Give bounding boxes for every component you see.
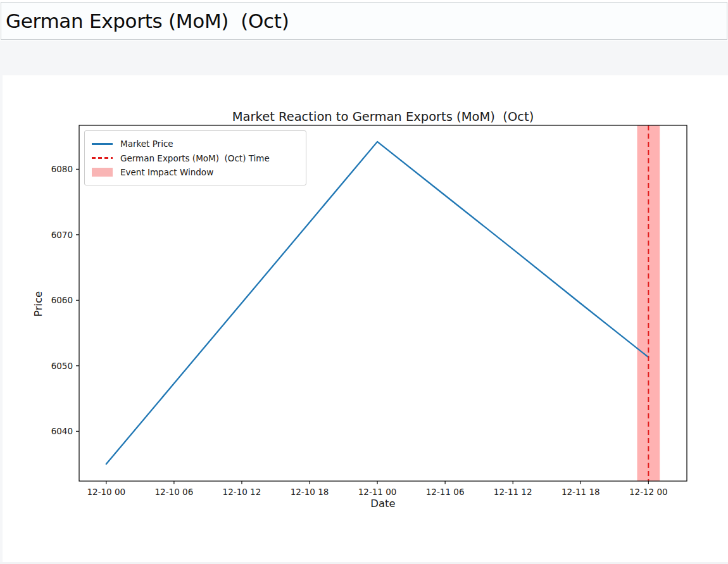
market-price-line xyxy=(106,142,649,464)
x-axis-ticks: 12-10 0012-10 0612-10 1212-10 1812-11 00… xyxy=(87,481,667,497)
chart-title: Market Reaction to German Exports (MoM) … xyxy=(232,110,534,124)
svg-text:12-11 00: 12-11 00 xyxy=(358,487,397,497)
patch-swatch-icon xyxy=(92,168,113,177)
svg-text:6080: 6080 xyxy=(51,164,73,174)
legend-item-impact-window: Event Impact Window xyxy=(92,165,299,179)
y-axis-label: Price xyxy=(32,291,44,316)
svg-text:12-10 00: 12-10 00 xyxy=(87,487,125,497)
y-axis-ticks: 60406050606060706080 xyxy=(51,164,79,436)
dashed-line-swatch-icon xyxy=(92,157,113,159)
legend-item-event-time: German Exports (MoM) (Oct) Time xyxy=(92,151,299,165)
svg-text:6060: 6060 xyxy=(51,295,73,305)
svg-text:6040: 6040 xyxy=(51,426,73,436)
legend-label: Event Impact Window xyxy=(120,167,213,177)
svg-text:12-12 00: 12-12 00 xyxy=(629,487,668,497)
x-axis-label: Date xyxy=(370,498,395,510)
market-reaction-chart: 12-10 0012-10 0612-10 1212-10 1812-11 00… xyxy=(0,0,728,564)
legend-item-market-price: Market Price xyxy=(92,137,299,151)
svg-text:12-10 06: 12-10 06 xyxy=(155,487,194,497)
svg-text:12-10 18: 12-10 18 xyxy=(291,487,329,497)
legend-label: Market Price xyxy=(120,139,173,149)
legend-label: German Exports (MoM) (Oct) Time xyxy=(120,153,270,163)
svg-text:12-11 18: 12-11 18 xyxy=(562,487,600,497)
line-swatch-icon xyxy=(92,143,113,145)
page: German Exports (MoM) (Oct) 12-10 0012-10… xyxy=(0,0,728,564)
chart-legend: Market Price German Exports (MoM) (Oct) … xyxy=(84,130,306,185)
svg-text:12-11 06: 12-11 06 xyxy=(426,487,465,497)
svg-text:6070: 6070 xyxy=(51,230,73,240)
svg-text:6050: 6050 xyxy=(51,361,73,371)
svg-text:12-11 12: 12-11 12 xyxy=(494,487,532,497)
svg-text:12-10 12: 12-10 12 xyxy=(223,487,261,497)
